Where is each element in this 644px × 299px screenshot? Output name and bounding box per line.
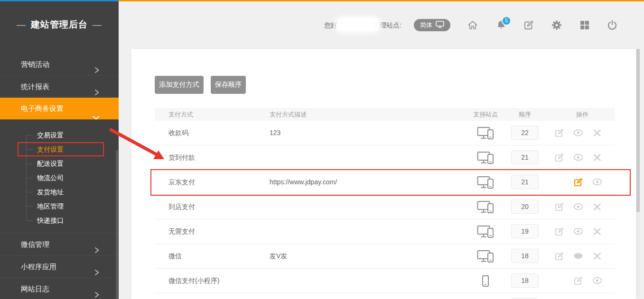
edit-pencil-icon [573,276,583,286]
sidebar-item-label: 统计报表 [21,82,49,91]
edit-button[interactable] [554,152,564,163]
sidebar-nav: 营销活动 统计报表 电子商务设置 交易设置 支付设置 配送设置 物流公司 发货地… [0,54,119,299]
submenu-item-payment-settings[interactable]: 支付设置 [0,142,119,156]
sidebar-item-label: 网站日志 [21,285,49,293]
order-input[interactable] [511,150,539,164]
edit-pencil-icon [554,153,564,163]
view-button[interactable] [573,201,583,212]
sidebar-item-reports[interactable]: 统计报表 [0,75,119,98]
submenu-item-shipping-address[interactable]: 发货地址 [0,185,119,199]
edit-button[interactable] [573,177,583,187]
sites-desktop-mobile-icon [477,232,494,239]
ecommerce-submenu: 交易设置 支付设置 配送设置 物流公司 发货地址 地区管理 快递接口 [0,119,119,233]
payment-method-name: 收款码 [168,121,188,145]
table-row: 到店支付 [155,195,615,219]
edit-pencil-icon [554,227,564,236]
view-button[interactable] [573,152,583,163]
order-input[interactable] [511,126,539,140]
app-title-text: 建站管理后台 [31,19,88,29]
payment-method-name: 微信支付(小程序) [168,269,219,293]
submenu-item-label: 配送设置 [37,160,64,167]
settings-gear-icon[interactable] [551,19,562,31]
page-scrollbar-track[interactable] [636,49,640,299]
x-icon [593,154,601,162]
submenu-item-transaction-settings[interactable]: 交易设置 [0,128,119,142]
home-icon[interactable] [467,19,478,31]
payment-settings-panel: 添加支付方式 保存顺序 支付方式 支付方式描述 支持站点 顺序 操作 收款码 1… [131,49,636,299]
page-scrollbar-thumb[interactable] [636,49,640,212]
language-switch-button[interactable]: 简体 [414,19,450,31]
x-icon [593,203,601,211]
payment-method-name: 货到付款 [168,145,195,170]
edit-pencil-icon [573,177,583,187]
redacted-username [336,18,379,31]
apps-grid-icon[interactable] [579,19,590,31]
sidebar: —建站管理后台— 营销活动 统计报表 电子商务设置 交易设置 支付设置 配送设置… [0,1,119,299]
save-order-button[interactable]: 保存顺序 [211,76,246,94]
edit-button[interactable] [554,127,564,138]
order-input[interactable] [511,199,539,214]
table-row: 京东支付 https://www.jdpay.com/ [155,170,615,195]
order-input[interactable] [511,175,539,189]
view-button[interactable] [592,177,602,187]
table-row: 微信 发V发 [155,244,615,269]
order-input[interactable] [511,273,539,288]
sidebar-item-wechat[interactable]: 微信管理 [0,233,119,255]
delete-button[interactable] [592,152,602,163]
edit-button[interactable] [554,251,564,261]
eye-closed-icon [573,254,583,261]
sidebar-item-miniprogram[interactable]: 小程序应用 [0,255,119,278]
submenu-item-label: 支付设置 [37,145,64,153]
sidebar-scrollbar[interactable] [116,150,118,299]
delete-button[interactable] [592,226,602,236]
title-dash-left: — [17,19,26,29]
sites-desktop-mobile-icon [477,182,494,190]
edit-button[interactable] [554,226,564,236]
view-button[interactable] [592,275,602,286]
sites-desktop-mobile-icon [477,158,494,165]
delete-button[interactable] [592,201,602,212]
edit-pencil-icon [554,128,564,138]
order-input[interactable] [511,224,539,238]
app-title: —建站管理后台— [0,18,119,31]
edit-button[interactable] [573,275,583,286]
edit-compose-icon[interactable] [523,19,534,31]
add-payment-method-button[interactable]: 添加支付方式 [155,76,204,94]
eye-open-icon [592,279,602,286]
column-header-method: 支付方式 [168,108,193,121]
sidebar-item-label: 电子商务设置 [21,104,64,112]
delete-button[interactable] [592,251,602,261]
view-button[interactable] [573,226,583,236]
order-input[interactable] [511,249,539,263]
column-header-sites: 支持站点 [473,108,498,121]
payment-method-desc: 123 [270,121,280,145]
chevron-right-icon [94,285,100,299]
notifications-bell-icon[interactable]: 5 [495,19,507,31]
submenu-item-label: 交易设置 [37,131,64,139]
submenu-item-label: 地区管理 [37,202,64,210]
sites-desktop-mobile-icon [477,256,494,264]
submenu-item-delivery-settings[interactable]: 配送设置 [0,156,119,171]
payment-method-name: 微信 [168,244,182,268]
view-button[interactable] [573,251,583,261]
edit-pencil-icon [554,251,564,261]
sidebar-item-label: 小程序应用 [21,263,56,271]
view-button[interactable] [573,127,583,138]
payment-method-desc: 发V发 [270,244,287,268]
sidebar-item-ecommerce[interactable]: 电子商务设置 [0,98,119,119]
sites-mobile-icon [482,281,489,288]
payment-method-name: 无需支付 [168,219,195,244]
table-row: 微信支付(小程序) [155,269,615,293]
submenu-item-region-management[interactable]: 地区管理 [0,199,119,213]
greeting-text: 您好 [324,21,337,30]
submenu-item-logistics-company[interactable]: 物流公司 [0,171,119,185]
delete-button[interactable] [592,127,602,138]
edit-button[interactable] [554,201,564,212]
eye-open-icon [573,155,583,163]
table-body: 收款码 123 货到付款 [155,121,615,293]
table-row-partial [155,293,615,299]
submenu-item-express-interface[interactable]: 快递接口 [0,213,119,227]
power-logout-icon[interactable] [607,19,618,31]
sidebar-item-site-log[interactable]: 网站日志 [0,278,119,299]
sidebar-item-marketing[interactable]: 营销活动 [0,54,119,75]
